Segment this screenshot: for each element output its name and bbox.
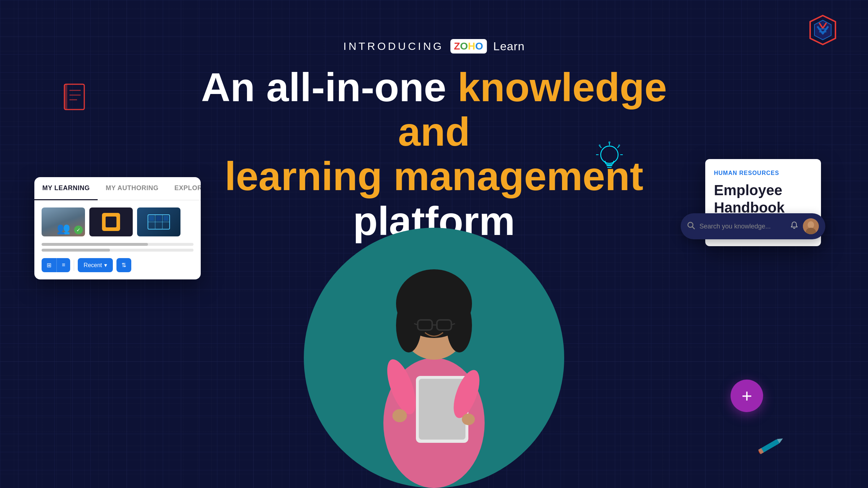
svg-rect-44 <box>149 216 154 221</box>
progress-fill-2 <box>42 249 110 252</box>
sort-order-btn[interactable]: ⇅ <box>116 258 131 272</box>
handbook-title: Employee Handbook <box>714 181 812 216</box>
course-thumb-1[interactable]: ✓ <box>42 207 85 236</box>
progress-fill-1 <box>42 243 148 246</box>
user-avatar[interactable] <box>803 218 819 234</box>
progress-bar-2 <box>42 249 193 252</box>
controls-divider <box>74 260 74 271</box>
bell-icon[interactable] <box>790 221 799 232</box>
zoho-z: Z <box>454 40 460 52</box>
svg-rect-46 <box>163 216 169 221</box>
zoho-o2: O <box>475 40 483 52</box>
search-icon <box>687 222 695 231</box>
course-thumbnails: ✓ <box>42 207 193 236</box>
widget-content: ✓ <box>34 200 201 279</box>
handbook-category: HUMAN RESOURCES <box>714 170 812 176</box>
view-toggle-group: ⊞ ≡ <box>42 258 70 272</box>
svg-point-13 <box>447 298 472 352</box>
search-placeholder-text: Search you knowledge... <box>699 223 786 230</box>
svg-marker-37 <box>777 436 784 444</box>
tab-explore[interactable]: EXPLORE <box>166 177 201 200</box>
svg-line-39 <box>759 451 760 454</box>
search-bar[interactable]: Search you knowledge... <box>681 213 825 239</box>
thumb-chip-img <box>89 207 133 236</box>
progress-bar-1 <box>42 243 193 246</box>
sort-dropdown[interactable]: Recent ▾ <box>78 258 113 272</box>
checkmark-badge: ✓ <box>74 226 83 234</box>
svg-line-48 <box>692 227 694 229</box>
svg-point-24 <box>462 414 475 425</box>
chevron-down-icon: ▾ <box>104 262 107 269</box>
tab-my-authoring[interactable]: MY AUTHORING <box>98 177 166 200</box>
thumb-solar-img <box>137 207 180 236</box>
headline-white-1: An all-in-one <box>201 65 446 110</box>
zoho-o1: O <box>460 40 468 52</box>
svg-rect-38 <box>758 448 764 454</box>
svg-rect-36 <box>758 439 779 454</box>
svg-marker-1 <box>814 20 831 40</box>
top-logo <box>807 14 839 46</box>
progress-bars <box>42 243 193 252</box>
plus-icon: + <box>741 387 752 405</box>
svg-rect-45 <box>156 216 161 221</box>
zoho-h: H <box>468 40 475 52</box>
widget-tabs: MY LEARNING MY AUTHORING EXPLORE <box>34 177 201 200</box>
list-view-btn[interactable]: ≡ <box>57 258 70 272</box>
add-button[interactable]: + <box>731 380 763 412</box>
intro-line: INTRODUCING Z O H O Learn <box>343 39 524 53</box>
course-thumb-3[interactable] <box>137 207 180 236</box>
sort-label: Recent <box>84 262 102 269</box>
svg-point-50 <box>808 221 814 228</box>
my-learning-widget: MY LEARNING MY AUTHORING EXPLORE ✓ <box>34 177 201 279</box>
svg-point-23 <box>392 409 407 422</box>
grid-view-btn[interactable]: ⊞ <box>42 258 57 272</box>
notebook-decoration <box>61 82 90 116</box>
svg-rect-4 <box>64 84 84 110</box>
headline-line1: An all-in-one knowledge and <box>181 65 687 154</box>
zoho-logo: Z O H O <box>450 39 487 53</box>
handbook-title-line1: Employee <box>714 182 782 198</box>
learn-label: Learn <box>493 40 525 53</box>
tab-my-learning[interactable]: MY LEARNING <box>34 177 98 200</box>
person-illustration <box>344 170 524 488</box>
course-thumb-2[interactable] <box>89 207 133 236</box>
intro-label: INTRODUCING <box>343 40 444 52</box>
chip-graphic <box>102 213 120 231</box>
pencil-decoration <box>756 437 785 456</box>
svg-rect-5 <box>64 84 67 110</box>
chip-inner <box>106 217 116 227</box>
widget-controls: ⊞ ≡ Recent ▾ ⇅ <box>42 258 193 272</box>
